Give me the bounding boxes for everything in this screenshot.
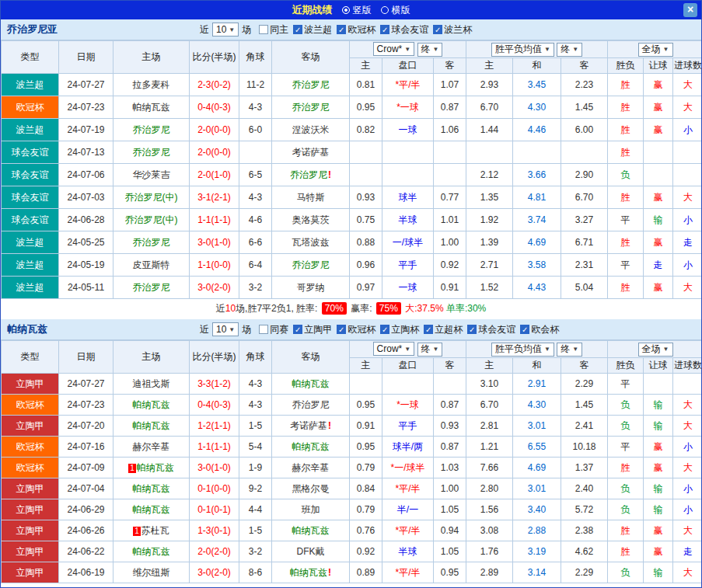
avg-away: 3.27 [561,209,608,231]
odds-home: 0.95 [350,437,382,458]
checkbox-checked-icon[interactable]: ✓ [380,325,389,334]
handicap: *平/半 [382,74,434,96]
radio-unselected-icon[interactable] [381,6,389,14]
filter-checkbox[interactable]: ✓球会友谊 [380,23,428,37]
layout-horizontal-radio[interactable]: 横版 [381,4,410,17]
odds-away [434,164,466,186]
wdl-avg-dropdown[interactable]: 胜平负均值 ▼ [491,343,554,357]
result-goals [673,374,702,395]
results-table: 类型 日期 主场 比分(半场) 角球 客场 Crow* ▼ 终 ▼ [1,40,702,299]
match-count-dropdown[interactable]: 10 ▼ [212,23,239,37]
avg-away [561,141,608,164]
match-count-dropdown[interactable]: 10 ▼ [212,322,239,336]
team-name-text: 涅波沃米 [292,124,330,135]
chevron-down-icon: ▼ [544,346,550,353]
result-wdl: 负 [608,395,644,416]
checkbox-checked-icon[interactable]: ✓ [433,25,442,34]
avg-draw: 3.74 [513,209,561,231]
filter-checkbox[interactable]: ✓球会友谊 [467,323,515,336]
away-team: 黑格尔曼 [272,478,350,499]
radio-selected-icon[interactable] [342,6,350,14]
checkbox-checked-icon[interactable]: ✓ [337,325,346,334]
wdl-time-dropdown[interactable]: 终 ▼ [557,43,582,57]
team-name-text: 帕纳瓦兹 [133,102,170,113]
period-dropdown[interactable]: 全场 ▼ [638,343,673,357]
filter-checkbox[interactable]: ✓欧冠杯 [337,23,375,37]
filter-checkbox-label: 波兰超 [304,23,332,37]
match-row: 立陶甲24-07-27迪祖戈斯3-3(1-2)4-3帕纳瓦兹3.102.912.… [2,374,702,395]
dropdown-value: 10 [216,324,226,335]
handicap: 一球 [382,119,434,141]
league-badge: 欧冠杯 [2,96,59,119]
filter-checkbox-label: 同主 [270,23,288,37]
checkbox-checked-icon[interactable]: ✓ [293,325,302,334]
odds-company-dropdown[interactable]: Crow* ▼ [373,342,415,356]
match-date: 24-06-19 [59,562,114,583]
result-goals: 大 [673,520,702,541]
column-header-odds-away: 客 [434,358,466,374]
odds-time-dropdown[interactable]: 终 ▼ [417,43,443,57]
team-name-text: 乔治罗尼 [292,399,330,410]
wdl-time-dropdown[interactable]: 终 ▼ [557,343,582,357]
filter-checkbox-label: 欧冠杯 [348,323,375,336]
odds-time-dropdown[interactable]: 终 ▼ [417,343,443,357]
avg-home: 2.89 [466,562,513,583]
dropdown-value: 终 [561,43,570,56]
avg-draw: 4.30 [513,96,561,119]
handicap [382,164,434,186]
odds-away: 0.95 [434,562,466,583]
checkbox-unchecked-icon[interactable] [259,325,268,334]
filter-checkbox[interactable]: ✓立陶甲 [293,323,332,336]
result-goals: 大 [673,74,702,96]
league-badge: 波兰超 [2,119,59,141]
checkbox-checked-icon[interactable]: ✓ [424,325,433,334]
filter-bar: 近 10 ▼ 场 同主✓波兰超✓欧冠杯✓球会友谊✓波兰杯 [200,19,477,40]
result-wdl: 平 [608,374,644,395]
checkbox-checked-icon[interactable]: ✓ [380,25,389,34]
match-date: 24-07-06 [59,164,114,186]
filter-checkbox[interactable]: ✓欧会杯 [520,323,559,336]
handicap [382,374,434,395]
result-handicap [644,374,673,395]
column-header-away: 客场 [272,41,350,74]
home-team: 帕纳瓦兹 [114,395,190,416]
period-dropdown[interactable]: 全场 ▼ [638,43,673,57]
corner-score: 4-3 [239,96,272,119]
checkbox-checked-icon[interactable]: ✓ [520,325,529,334]
close-button[interactable]: × [683,3,697,17]
radio-vertical-label: 竖版 [353,4,372,17]
league-badge: 立陶甲 [2,374,59,395]
layout-vertical-radio[interactable]: 竖版 [342,4,372,17]
filter-checkbox[interactable]: 同主 [259,23,288,37]
filter-checkbox[interactable]: 同赛 [259,323,288,336]
filter-checkbox[interactable]: ✓立超杯 [424,323,463,336]
match-date: 24-05-25 [59,231,114,254]
match-row: 波兰超24-07-27拉多麦科2-3(0-2)11-2乔治罗尼0.81*平/半1… [2,74,702,96]
filter-checkbox-label: 欧会杯 [531,323,559,336]
home-team: 乔治罗尼 [114,277,190,299]
checkbox-unchecked-icon[interactable] [259,25,268,34]
team-name-text: 帕纳瓦兹 [133,399,170,410]
checkbox-checked-icon[interactable]: ✓ [467,325,477,334]
odds-away: 0.94 [434,520,466,541]
corner-score: 11-2 [239,74,272,96]
result-goals: 大 [673,96,702,119]
filter-checkbox[interactable]: ✓立陶杯 [380,323,419,336]
odds-company-dropdown[interactable]: Crow* ▼ [373,42,415,56]
result-handicap: 赢 [644,277,673,299]
team-section: 帕纳瓦兹 近 10 ▼ 场 同赛✓立陶甲✓欧冠杯✓立陶杯✓立超杯✓球会友谊✓欧会… [1,319,701,588]
team-name-text: 帕纳瓦兹 [137,462,174,473]
wdl-avg-dropdown[interactable]: 胜平负均值 ▼ [491,43,554,57]
checkbox-checked-icon[interactable]: ✓ [293,25,302,34]
league-badge: 球会友谊 [2,209,59,231]
filter-checkbox[interactable]: ✓欧冠杯 [337,323,375,336]
checkbox-checked-icon[interactable]: ✓ [337,25,346,34]
filter-checkbox[interactable]: ✓波兰超 [293,23,332,37]
team-name-text: 乔治罗尼 [292,79,330,90]
odds-home [350,374,382,395]
match-date: 24-07-23 [59,96,114,119]
filter-checkbox[interactable]: ✓波兰杯 [433,23,472,37]
result-wdl: 胜 [608,74,644,96]
home-team: 乔治罗尼(中) [114,186,190,209]
result-goals: 大 [673,416,702,437]
